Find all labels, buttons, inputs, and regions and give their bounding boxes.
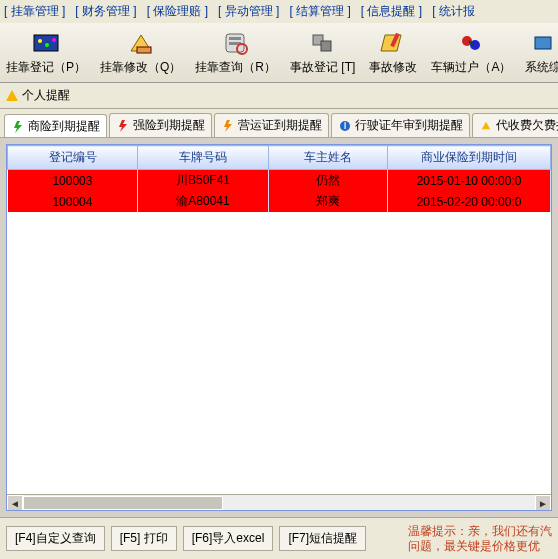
table-row[interactable]: 100003 川B50F41 仍然 2015-01-10 00:00:0	[8, 170, 551, 192]
svg-marker-17	[14, 121, 22, 133]
search-icon	[220, 29, 252, 57]
menu-item[interactable]: [ 保险理赔 ]	[147, 4, 208, 18]
toolbar-edit[interactable]: 挂靠修改（Q）	[96, 27, 185, 78]
cell-plate: 川B50F41	[138, 170, 268, 192]
warn-yellow-icon	[479, 119, 493, 133]
cell-owner: 仍然	[268, 170, 387, 192]
print-button[interactable]: [F5] 打印	[111, 526, 177, 551]
tab-label: 行驶证年审到期提醒	[355, 117, 463, 134]
tab-vehicle-inspection[interactable]: i 行驶证年审到期提醒	[331, 113, 470, 137]
svg-point-2	[45, 43, 49, 47]
table-row[interactable]: 100004 渝A80041 郑爽 2015-02-20 00:00:0	[8, 191, 551, 212]
svg-point-1	[38, 39, 42, 43]
edit-icon	[125, 29, 157, 57]
toolbar-label: 挂靠登记（P）	[6, 59, 86, 76]
accident-edit-icon	[377, 29, 409, 57]
svg-rect-5	[137, 47, 151, 53]
table-header-row: 登记编号 车牌号码 车主姓名 商业保险到期时间	[8, 146, 551, 170]
transfer-icon	[455, 29, 487, 57]
toolbar-label: 事故登记 [T]	[290, 59, 355, 76]
col-owner[interactable]: 车主姓名	[268, 146, 387, 170]
register-icon	[30, 29, 62, 57]
data-grid: 登记编号 车牌号码 车主姓名 商业保险到期时间 100003 川B50F41 仍…	[6, 144, 552, 511]
col-expire[interactable]: 商业保险到期时间	[388, 146, 551, 170]
tab-label: 营运证到期提醒	[238, 117, 322, 134]
grid-empty-area	[7, 212, 551, 494]
toolbar: 挂靠登记（P） 挂靠修改（Q） 挂靠查询（R） 事故登记 [T] 事故修改 车辆…	[0, 23, 558, 83]
toolbar-transfer[interactable]: 车辆过户（A）	[427, 27, 515, 78]
cell-reg: 100003	[8, 170, 138, 192]
tab-label: 强险到期提醒	[133, 117, 205, 134]
col-plate[interactable]: 车牌号码	[138, 146, 268, 170]
menu-item[interactable]: [ 异动管理 ]	[218, 4, 279, 18]
bolt-green-icon	[11, 120, 25, 134]
toolbar-label: 挂靠修改（Q）	[100, 59, 181, 76]
toolbar-search[interactable]: 挂靠查询（R）	[191, 27, 280, 78]
cell-plate: 渝A80041	[138, 191, 268, 212]
cell-owner: 郑爽	[268, 191, 387, 212]
warning-icon	[6, 90, 18, 101]
custom-query-button[interactable]: [F4]自定义查询	[6, 526, 105, 551]
scroll-left-arrow[interactable]: ◄	[7, 495, 23, 511]
menu-item[interactable]: [ 信息提醒 ]	[361, 4, 422, 18]
tab-compulsory-insurance[interactable]: 强险到期提醒	[109, 113, 212, 137]
sms-remind-button[interactable]: [F7]短信提醒	[279, 526, 366, 551]
svg-point-3	[52, 38, 56, 42]
cell-expire: 2015-02-20 00:00:0	[388, 191, 551, 212]
bolt-red-icon	[116, 119, 130, 133]
svg-rect-16	[535, 37, 551, 49]
cell-reg: 100004	[8, 191, 138, 212]
bolt-orange-icon	[221, 119, 235, 133]
panel-title-bar: 个人提醒	[0, 83, 558, 109]
tab-label: 商险到期提醒	[28, 118, 100, 135]
toolbar-label: 挂靠查询（R）	[195, 59, 276, 76]
menu-item[interactable]: [ 统计报	[432, 4, 475, 18]
svg-marker-18	[119, 120, 127, 132]
svg-text:i: i	[344, 120, 347, 132]
tab-fee-arrears[interactable]: 代收费欠费提醒	[472, 113, 558, 137]
svg-rect-11	[321, 41, 331, 51]
panel-title: 个人提醒	[22, 87, 70, 104]
col-reg-no[interactable]: 登记编号	[8, 146, 138, 170]
svg-point-15	[470, 40, 480, 50]
export-excel-button[interactable]: [F6]导入excel	[183, 526, 274, 551]
scroll-thumb[interactable]	[23, 496, 223, 510]
svg-marker-19	[224, 120, 232, 132]
accident-icon	[307, 29, 339, 57]
toolbar-accident[interactable]: 事故登记 [T]	[286, 27, 359, 78]
tab-bar: 商险到期提醒 强险到期提醒 营运证到期提醒 i 行驶证年审到期提醒 代收费欠费提…	[0, 109, 558, 138]
menu-item[interactable]: [ 结算管理 ]	[289, 4, 350, 18]
tab-label: 代收费欠费提醒	[496, 117, 558, 134]
menu-item[interactable]: [ 挂靠管理 ]	[4, 4, 65, 18]
toolbar-system[interactable]: 系统综	[521, 27, 558, 78]
scroll-right-arrow[interactable]: ►	[535, 495, 551, 511]
toolbar-label: 系统综	[525, 59, 558, 76]
footer-bar: [F4]自定义查询 [F5] 打印 [F6]导入excel [F7]短信提醒 温…	[0, 517, 558, 559]
toolbar-register[interactable]: 挂靠登记（P）	[2, 27, 90, 78]
system-icon	[527, 29, 558, 57]
toolbar-accident-edit[interactable]: 事故修改	[365, 27, 421, 78]
tab-commercial-insurance[interactable]: 商险到期提醒	[4, 114, 107, 138]
horizontal-scrollbar[interactable]: ◄ ►	[7, 494, 551, 510]
menu-bar: [ 挂靠管理 ] [ 财务管理 ] [ 保险理赔 ] [ 异动管理 ] [ 结算…	[0, 0, 558, 23]
menu-item[interactable]: [ 财务管理 ]	[75, 4, 136, 18]
svg-rect-7	[229, 37, 241, 40]
footer-tip: 温馨提示：亲，我们还有汽 问题，最关键是价格更优	[408, 524, 552, 553]
info-blue-icon: i	[338, 119, 352, 133]
svg-rect-0	[34, 35, 58, 51]
cell-expire: 2015-01-10 00:00:0	[388, 170, 551, 192]
toolbar-label: 事故修改	[369, 59, 417, 76]
toolbar-label: 车辆过户（A）	[431, 59, 511, 76]
tab-operation-cert[interactable]: 营运证到期提醒	[214, 113, 329, 137]
